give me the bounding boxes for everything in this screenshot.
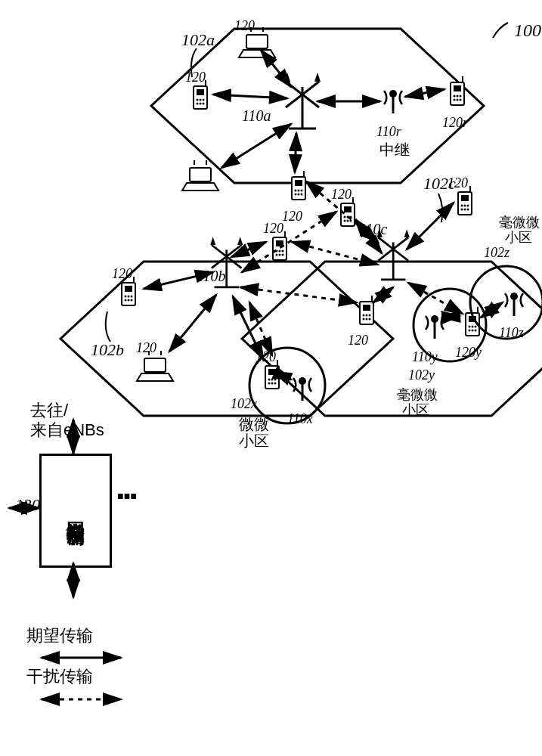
ue-icon (292, 171, 305, 200)
laptop-icon (137, 351, 173, 381)
nc-reference: 130 (15, 495, 40, 515)
nc-arrows-caption: 去往/ 来自eNBs (30, 401, 104, 441)
svg-text:小区: 小区 (402, 402, 429, 417)
svg-text:120: 120 (112, 266, 132, 281)
svg-text:120: 120 (263, 221, 283, 236)
svg-text:120: 120 (348, 333, 368, 348)
svg-line-40 (261, 50, 291, 87)
svg-line-53 (442, 316, 460, 318)
svg-line-41 (221, 124, 291, 168)
svg-text:120: 120 (331, 187, 352, 202)
svg-line-46 (169, 295, 216, 352)
legend-desired: 期望传输 (26, 624, 93, 647)
svg-line-48 (233, 296, 263, 359)
label-102b: 102b (91, 340, 124, 359)
svg-text:毫微微: 毫微微 (499, 215, 540, 230)
label-102a: 102a (181, 30, 215, 49)
svg-line-51 (407, 203, 454, 249)
svg-line-52 (373, 287, 393, 302)
svg-text:小区: 小区 (239, 432, 269, 449)
svg-text:毫微微: 毫微微 (397, 387, 438, 402)
ue-icon (466, 307, 479, 336)
ue-icon (360, 296, 373, 324)
svg-line-39 (213, 94, 287, 98)
relay-enb (384, 90, 402, 113)
label-102y: 102y (408, 367, 435, 383)
label-110a: 110a (242, 107, 271, 124)
svg-text:120: 120 (185, 70, 206, 85)
label-110r: 110r (376, 124, 402, 139)
relay-name: 中继 (379, 141, 410, 158)
laptop-icon (182, 160, 218, 191)
enb-110a (284, 73, 321, 129)
svg-text:小区: 小区 (505, 230, 532, 245)
svg-text:120: 120 (234, 18, 255, 33)
legend-interference: 干扰传输 (26, 665, 93, 688)
svg-text:120: 120 (448, 175, 468, 191)
figure-id: 100 (514, 20, 541, 40)
label-110x: 110x (287, 411, 313, 426)
label-110y: 110y (412, 349, 438, 364)
svg-line-42 (295, 133, 296, 172)
label-102x: 102x (231, 396, 257, 411)
pico-name: 微微 (239, 416, 269, 432)
svg-text:120: 120 (282, 209, 302, 224)
femto-enb-y (426, 315, 444, 339)
svg-line-44 (405, 89, 444, 97)
label-120r: 120r (442, 115, 469, 130)
svg-text:120: 120 (136, 340, 156, 355)
svg-text:⋯: ⋯ (117, 485, 137, 507)
label-102z: 102z (484, 245, 509, 260)
label-110z: 110z (499, 325, 524, 340)
label-120y: 120y (455, 345, 482, 360)
network-controller-label: 网络控制器 (63, 507, 88, 515)
svg-line-59 (481, 302, 503, 318)
femto-enb-z (505, 293, 523, 316)
network-controller-box: 网络控制器 (39, 454, 112, 568)
